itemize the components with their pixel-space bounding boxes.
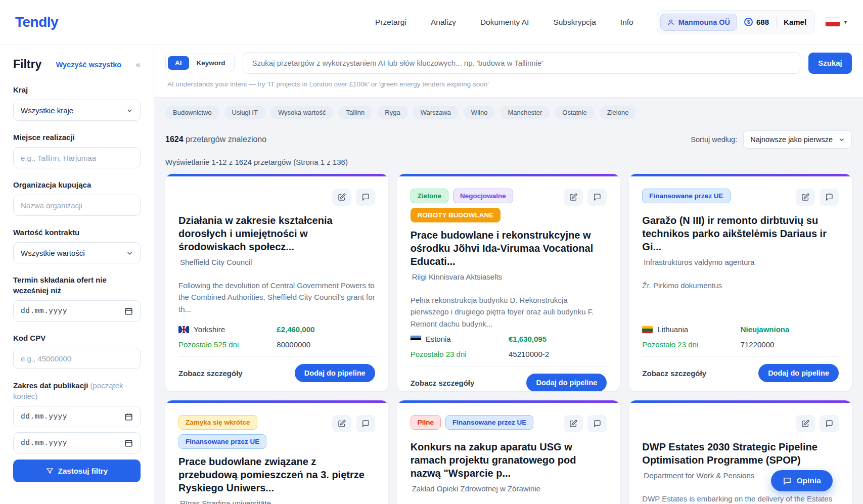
chip-wysoka-wartosc[interactable]: Wysoka wartość xyxy=(270,106,334,119)
publication-start-date-input[interactable]: dd.mm.yyyy xyxy=(13,406,141,427)
chevron-down-icon xyxy=(126,107,133,114)
card-description: DWP Estates is embarking on the delivery… xyxy=(642,493,839,504)
country-label: Kraj xyxy=(13,84,141,95)
divider xyxy=(776,17,777,28)
comment-icon[interactable] xyxy=(820,415,839,432)
username[interactable]: Kamel xyxy=(784,18,806,26)
buyer-org-label: Organizacja kupująca xyxy=(13,179,141,190)
nav-item-info[interactable]: Info xyxy=(620,18,633,27)
chip-wilno[interactable]: Wilno xyxy=(464,106,495,119)
user-icon xyxy=(667,19,674,26)
status-badge: Zamyka się wkrótce xyxy=(178,415,257,430)
deadline-date-input[interactable]: dd.mm.yyyy xyxy=(13,300,141,322)
publication-end-date-input[interactable]: dd.mm.yyyy xyxy=(13,432,141,453)
comment-icon[interactable] xyxy=(587,189,607,206)
card-location: Yorkshire xyxy=(194,325,225,334)
card-description: Pełna rekonstrukcja budynku D. Rekonstru… xyxy=(411,294,607,330)
comment-icon[interactable] xyxy=(356,415,375,432)
nav-item-dokumenty-ai[interactable]: Dokumenty AI xyxy=(480,18,529,27)
add-to-pipeline-button[interactable]: Dodaj do pipeline xyxy=(758,364,839,382)
chip-manchester[interactable]: Manchester xyxy=(500,106,550,119)
card-title[interactable]: Działania w zakresie kształcenia dorosły… xyxy=(178,214,375,253)
chip-tallinn[interactable]: Tallinn xyxy=(338,106,372,119)
coin-icon: $ xyxy=(744,18,753,26)
card-footer: Zobacz szczegóły Dodaj do pipeline xyxy=(411,366,607,391)
mode-ai-button[interactable]: AI xyxy=(168,56,189,70)
sort-select[interactable]: Najnowsze jako pierwsze xyxy=(743,130,852,149)
search-input[interactable] xyxy=(243,52,800,74)
comment-icon[interactable] xyxy=(356,189,375,206)
credits-group[interactable]: $ 688 xyxy=(744,18,769,26)
card-badges: PilneFinansowane przez UE xyxy=(411,415,534,430)
nav-item-przetargi[interactable]: Przetargi xyxy=(375,18,406,27)
chat-bubble-icon xyxy=(783,476,792,485)
chip-ostatnie[interactable]: Ostatnie xyxy=(555,106,594,119)
place-input[interactable] xyxy=(21,154,133,162)
edit-note-icon[interactable] xyxy=(796,415,815,432)
edit-note-icon[interactable] xyxy=(564,189,583,206)
view-details-link[interactable]: Zobacz szczegóły xyxy=(178,369,243,378)
card-meta: Yorkshire £2,460,000 Pozostało 525 dni 8… xyxy=(178,320,375,349)
card-location: Estonia xyxy=(426,335,451,343)
tender-card[interactable]: Finansowane przez UE Garažo (N III) ir r… xyxy=(629,174,852,391)
clear-all-filters-link[interactable]: Wyczyść wszystko xyxy=(56,61,122,69)
add-to-pipeline-button[interactable]: Dodaj do pipeline xyxy=(295,364,375,382)
tender-card[interactable]: Zamyka się wkrótceFinansowane przez UE P… xyxy=(165,400,388,504)
card-days-remaining: Pozostało 525 dni xyxy=(178,340,277,349)
chip-warszawa[interactable]: Warszawa xyxy=(413,106,459,119)
card-organization: Infrastruktūros valdymo agentūra xyxy=(642,258,839,266)
card-footer: Zobacz szczegóły Dodaj do pipeline xyxy=(178,356,375,382)
buyer-org-input[interactable] xyxy=(21,201,133,210)
card-title[interactable]: Prace budowlane związane z przebudową po… xyxy=(178,455,375,494)
place-label: Miejsce realizacji xyxy=(13,132,141,143)
edit-note-icon[interactable] xyxy=(796,189,815,206)
card-title[interactable]: Garažo (N III) ir remonto dirbtuvių su t… xyxy=(642,214,839,253)
add-to-pipeline-button[interactable]: Dodaj do pipeline xyxy=(526,374,607,391)
top-bar: Tendly Przetargi Analizy Dokumenty AI Su… xyxy=(0,0,863,44)
language-selector[interactable]: ▼ xyxy=(825,17,848,27)
contract-value-label: Wartość kontraktu xyxy=(13,227,141,238)
tender-card[interactable]: Działania w zakresie kształcenia dorosły… xyxy=(165,174,388,391)
apply-filters-button[interactable]: Zastosuj filtry xyxy=(13,460,141,482)
tender-card[interactable]: ZieloneNegocjowalneROBOTY BUDOWLANE Prac… xyxy=(397,174,620,391)
view-details-link[interactable]: Zobacz szczegóły xyxy=(642,369,706,378)
comment-icon[interactable] xyxy=(587,415,607,432)
country-flag-icon xyxy=(642,326,653,333)
country-select[interactable]: Wszystkie kraje xyxy=(13,100,141,121)
cpv-input[interactable] xyxy=(21,354,133,363)
card-title[interactable]: Prace budowlane i rekonstrukcyjne w ośro… xyxy=(411,228,607,268)
search-button[interactable]: Szukaj xyxy=(808,53,852,74)
organization-chip[interactable]: Manmouna OÜ xyxy=(660,14,737,31)
card-title[interactable]: DWP Estates 2030 Strategic Pipeline Opti… xyxy=(642,440,839,467)
search-mode-toggle: AI Keyword xyxy=(165,54,235,72)
chip-ryga[interactable]: Ryga xyxy=(377,106,407,119)
mode-keyword-button[interactable]: Keyword xyxy=(190,56,232,70)
organization-name: Manmouna OÜ xyxy=(678,18,730,26)
nav-item-subskrypcja[interactable]: Subskrypcja xyxy=(553,18,596,27)
tender-card[interactable]: PilneFinansowane przez UE Konkurs na zak… xyxy=(397,400,620,504)
nav-item-analizy[interactable]: Analizy xyxy=(431,18,456,27)
tender-cards-grid: Działania w zakresie kształcenia dorosły… xyxy=(165,174,852,504)
chip-budownictwo[interactable]: Budownictwo xyxy=(165,106,219,119)
view-details-link[interactable]: Zobacz szczegóły xyxy=(411,379,475,387)
card-value: £2,460,000 xyxy=(277,325,375,334)
status-badge: Finansowane przez UE xyxy=(445,415,533,430)
collapse-sidebar-icon[interactable]: « xyxy=(136,60,141,70)
contract-value-select[interactable]: Wszystkie wartości xyxy=(13,242,141,263)
edit-note-icon[interactable] xyxy=(332,415,351,432)
card-days-remaining: Pozostało 23 dni xyxy=(411,350,509,358)
card-badges: ZieloneNegocjowalneROBOTY BUDOWLANE xyxy=(411,189,562,222)
card-title[interactable]: Konkurs na zakup aparatu USG w ramach pr… xyxy=(411,440,607,480)
country-flag-icon xyxy=(178,326,189,333)
feedback-button[interactable]: Opinia xyxy=(771,470,833,491)
edit-note-icon[interactable] xyxy=(564,415,583,432)
card-organization: Riigi Kinnisvara Aktsiaselts xyxy=(411,272,607,281)
chip-zielone[interactable]: Zielone xyxy=(600,106,637,119)
card-organization: Zakład Opieki Zdrowotnej w Żórawinie xyxy=(411,484,607,493)
comment-icon[interactable] xyxy=(820,189,839,206)
edit-note-icon[interactable] xyxy=(332,189,351,206)
chip-uslugi-it[interactable]: Usługi IT xyxy=(224,106,265,119)
status-badge: Finansowane przez UE xyxy=(642,189,730,203)
card-value: €1,630,095 xyxy=(509,335,607,343)
brand-logo[interactable]: Tendly xyxy=(15,14,58,30)
